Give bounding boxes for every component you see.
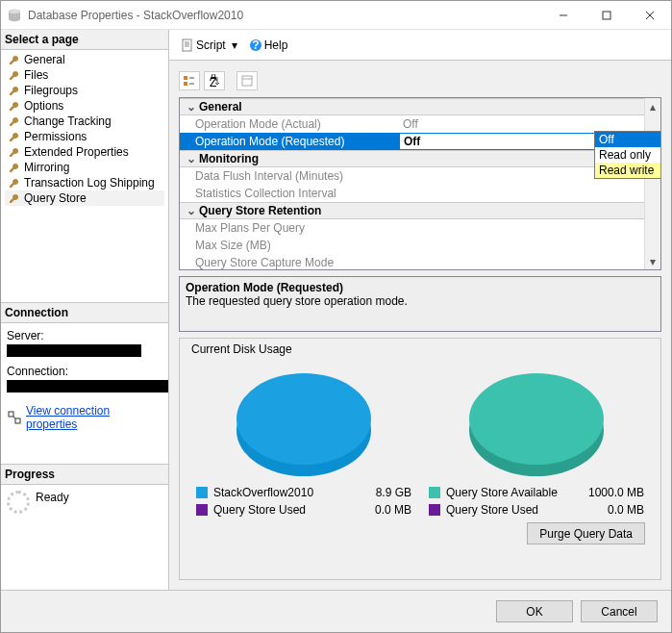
row-capture-mode[interactable]: Query Store Capture Mode	[180, 254, 660, 270]
svg-point-1	[9, 9, 20, 13]
wrench-icon	[7, 130, 20, 143]
legend-label: Query Store Used	[446, 503, 571, 517]
window-title: Database Properties - StackOverflow2010	[28, 9, 541, 22]
connection-panel: Server: Connection: View connection prop…	[1, 323, 168, 435]
description-title: Operation Mode (Requested)	[186, 281, 655, 294]
legend-value: 1000.0 MB	[577, 486, 644, 499]
legend-swatch	[429, 487, 440, 498]
sidebar: Select a page GeneralFilesFilegroupsOpti…	[1, 30, 169, 590]
sidebar-page-query-store[interactable]: Query Store	[5, 190, 164, 206]
svg-rect-6	[9, 412, 13, 417]
wrench-icon	[7, 84, 20, 97]
sidebar-page-files[interactable]: Files	[5, 67, 164, 83]
svg-text:?: ?	[252, 38, 259, 52]
legend-label: StackOverflow2010	[213, 486, 338, 499]
progress-panel: Ready	[1, 485, 168, 591]
wrench-icon	[7, 53, 20, 66]
svg-text:Z: Z	[210, 76, 216, 88]
sidebar-page-change-tracking[interactable]: Change Tracking	[5, 114, 164, 129]
row-operation-mode-requested[interactable]: Operation Mode (Requested) Off ⌄	[180, 133, 660, 150]
categorized-button[interactable]	[179, 71, 200, 90]
collapse-icon[interactable]: ⌄	[184, 152, 199, 165]
script-label: Script	[196, 38, 226, 52]
sidebar-page-options[interactable]: Options	[5, 98, 164, 114]
row-max-plans-per-query[interactable]: Max Plans Per Query	[180, 219, 660, 237]
server-label: Server:	[7, 329, 162, 342]
scroll-down-icon[interactable]: ▾	[645, 253, 660, 269]
wrench-icon	[7, 161, 20, 174]
server-value-redacted	[7, 344, 141, 357]
purge-query-data-button[interactable]: Purge Query Data	[527, 522, 645, 544]
legend-swatch	[196, 504, 208, 516]
titlebar: Database Properties - StackOverflow2010	[1, 1, 671, 30]
scroll-up-icon[interactable]: ▴	[645, 98, 660, 114]
row-operation-mode-actual[interactable]: Operation Mode (Actual) Off	[180, 115, 660, 133]
sidebar-page-transaction-log-shipping[interactable]: Transaction Log Shipping	[5, 175, 164, 190]
sidebar-page-filegroups[interactable]: Filegroups	[5, 83, 164, 98]
wrench-icon	[7, 114, 20, 128]
legend-value: 0.0 MB	[577, 503, 644, 517]
script-button[interactable]: Script ▾	[177, 37, 241, 54]
sidebar-page-permissions[interactable]: Permissions	[5, 129, 164, 144]
operation-mode-dropdown[interactable]: Off Read only Read write	[594, 131, 661, 179]
svg-rect-3	[603, 12, 610, 19]
property-grid: ⌄General Operation Mode (Actual) Off Ope…	[179, 97, 661, 270]
sidebar-page-extended-properties[interactable]: Extended Properties	[5, 144, 164, 160]
wrench-icon	[7, 176, 20, 190]
svg-rect-15	[184, 76, 187, 80]
category-query-store-retention[interactable]: ⌄Query Store Retention	[180, 202, 660, 219]
dialog-window: Database Properties - StackOverflow2010 …	[0, 0, 672, 633]
connection-header: Connection	[1, 302, 168, 323]
dropdown-option-off[interactable]: Off	[595, 132, 661, 147]
sidebar-page-mirroring[interactable]: Mirroring	[5, 160, 164, 175]
alphabetical-button[interactable]: AZ	[204, 71, 225, 90]
legend-value: 8.9 GB	[344, 486, 411, 499]
dialog-footer: OK Cancel	[1, 590, 671, 632]
toolbar: Script ▾ ? Help	[169, 30, 671, 61]
view-connection-properties-link[interactable]: View connection properties	[26, 404, 162, 431]
dropdown-option-read-only[interactable]: Read only	[595, 147, 661, 163]
progress-header: Progress	[1, 464, 168, 485]
legend-label: Query Store Available	[446, 486, 571, 499]
property-pages-button[interactable]	[236, 71, 258, 90]
collapse-icon[interactable]: ⌄	[184, 100, 199, 114]
legend-label: Query Store Used	[213, 503, 338, 517]
row-max-size-mb[interactable]: Max Size (MB)	[180, 237, 660, 254]
svg-rect-9	[183, 39, 191, 51]
wrench-icon	[7, 191, 20, 205]
help-icon: ?	[249, 38, 262, 52]
svg-line-8	[13, 417, 15, 418]
database-disk-chart: StackOverflow20108.9 GBQuery Store Used0…	[196, 367, 411, 517]
progress-spinner-icon	[7, 491, 30, 514]
close-button[interactable]	[628, 2, 671, 29]
collapse-icon[interactable]: ⌄	[184, 204, 199, 217]
help-button[interactable]: ? Help	[245, 37, 292, 54]
page-list: GeneralFilesFilegroupsOptionsChange Trac…	[1, 50, 168, 208]
connection-label: Connection:	[7, 365, 162, 378]
help-label: Help	[264, 38, 288, 52]
grid-scrollbar[interactable]: ▴ ▾	[644, 98, 660, 269]
category-monitoring[interactable]: ⌄Monitoring	[180, 150, 660, 167]
connection-value-redacted	[7, 380, 168, 392]
query-store-disk-chart: Query Store Available1000.0 MBQuery Stor…	[429, 367, 644, 517]
script-icon	[181, 38, 194, 52]
property-description: Operation Mode (Requested) The requested…	[179, 276, 661, 332]
row-data-flush-interval[interactable]: Data Flush Interval (Minutes)	[180, 167, 660, 185]
maximize-button[interactable]	[585, 2, 628, 29]
wrench-icon	[7, 99, 20, 113]
progress-status: Ready	[36, 491, 69, 504]
sidebar-page-general[interactable]: General	[5, 52, 164, 67]
minimize-button[interactable]	[541, 2, 585, 29]
cancel-button[interactable]: Cancel	[581, 600, 658, 622]
wrench-icon	[7, 68, 20, 82]
select-page-header: Select a page	[1, 30, 168, 50]
legend-swatch	[429, 504, 440, 516]
connection-properties-icon	[7, 410, 22, 425]
category-general[interactable]: ⌄General	[180, 98, 660, 115]
dropdown-option-read-write[interactable]: Read write	[595, 163, 661, 178]
disk-usage-title: Current Disk Usage	[187, 342, 296, 356]
row-statistics-collection-interval[interactable]: Statistics Collection Interval	[180, 185, 660, 202]
description-text: The requested query store operation mode…	[186, 294, 655, 308]
property-grid-toolbar: AZ	[179, 70, 661, 91]
ok-button[interactable]: OK	[496, 600, 573, 622]
